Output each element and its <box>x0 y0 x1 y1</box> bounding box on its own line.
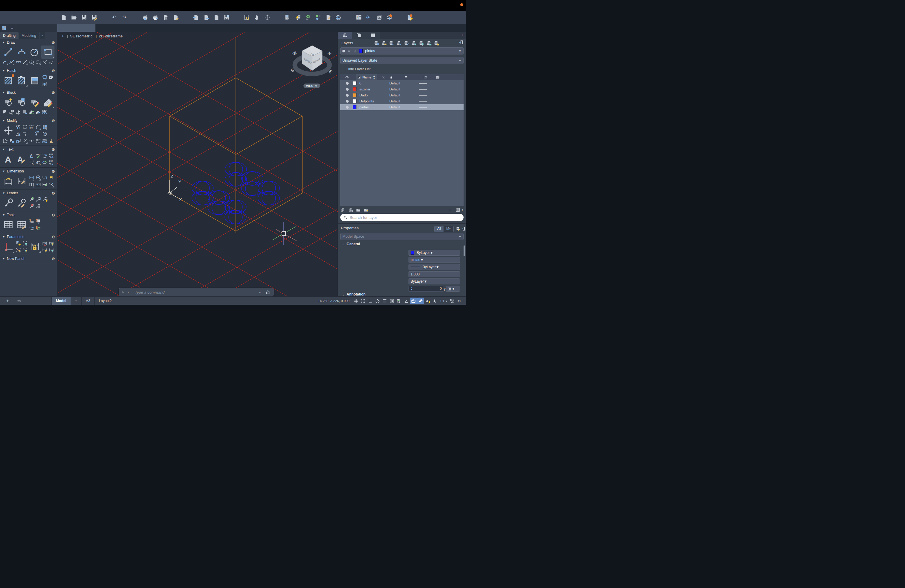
undo-icon[interactable]: ↶ <box>111 14 118 21</box>
viewport-plus-control[interactable]: + <box>62 34 64 38</box>
single-line-text-icon[interactable]: A <box>2 153 15 166</box>
plot-icon[interactable] <box>142 14 148 21</box>
gear-icon[interactable]: ⚙ <box>51 40 55 45</box>
fillet-icon[interactable] <box>35 124 41 130</box>
layer-row-0[interactable]: 0 Default <box>340 80 464 86</box>
lengthen-icon[interactable] <box>22 137 28 144</box>
name-column-header[interactable]: Name ▲▼ ▲ <box>356 74 377 80</box>
remove-filter-icon[interactable]: − <box>449 208 451 212</box>
save-file-icon[interactable] <box>81 14 87 21</box>
plot-button[interactable] <box>140 12 150 22</box>
chevron-down-icon[interactable]: ▼ <box>2 148 5 151</box>
show-constraint-bulb-icon[interactable] <box>41 247 48 254</box>
plot-edit-icon[interactable] <box>172 14 179 21</box>
multileader-icon[interactable] <box>2 196 15 210</box>
field-layer[interactable]: pintas▼ <box>408 257 460 263</box>
layer-make-current-icon[interactable] <box>373 40 380 46</box>
slider-handle-icon[interactable]: ▲▼ <box>411 286 413 291</box>
sync-attributes-icon[interactable] <box>28 109 35 116</box>
layer-row-Dado[interactable]: Dado Default <box>340 92 464 98</box>
convert-dimconstraint-icon[interactable] <box>41 240 48 247</box>
find-text-icon[interactable]: A <box>35 159 41 166</box>
import-file-icon[interactable] <box>193 14 199 21</box>
selection-cycling-toggle[interactable] <box>395 297 403 304</box>
layer-lineweight[interactable]: Default <box>389 105 410 109</box>
tab-drawing1[interactable] <box>57 24 96 32</box>
linetype-column-icon[interactable] <box>423 75 427 79</box>
chevron-down-icon[interactable]: ▼ <box>2 213 5 216</box>
line-icon[interactable] <box>2 46 15 59</box>
palette-overflow-button[interactable]: » <box>462 33 464 37</box>
group-button[interactable] <box>303 12 313 22</box>
collect-leaders-icon[interactable] <box>35 203 41 210</box>
scale-icon[interactable] <box>15 137 22 144</box>
layer-linetype-preview[interactable] <box>419 95 427 95</box>
chevron-down-icon[interactable]: ▼ <box>127 291 129 294</box>
open-file-icon[interactable] <box>71 14 77 21</box>
new-layout-button[interactable]: + <box>71 297 82 305</box>
gear-icon[interactable]: ⚙ <box>51 235 55 239</box>
ortho-mode-toggle[interactable] <box>367 297 374 304</box>
command-history-icon[interactable]: ▲ <box>259 291 261 294</box>
layer-linetype-preview[interactable] <box>419 107 427 108</box>
hatch-icon[interactable] <box>2 74 15 87</box>
gear-icon[interactable]: ⚙ <box>51 191 55 195</box>
rectangle-icon[interactable] <box>41 46 54 59</box>
insert-block-icon[interactable] <box>2 95 15 109</box>
layout-tab-model[interactable]: Model <box>52 297 71 305</box>
create-block-icon[interactable] <box>15 95 28 109</box>
new-group-icon[interactable] <box>356 207 364 213</box>
match-properties-icon[interactable] <box>48 137 54 144</box>
layer-linetype-preview[interactable] <box>419 89 427 89</box>
arc-options-icon[interactable] <box>2 59 8 65</box>
layer-status-icon[interactable] <box>346 88 349 91</box>
multiline-text-edit-icon[interactable]: A <box>15 153 28 166</box>
gear-icon[interactable]: ⚙ <box>51 213 55 217</box>
field-color[interactable]: ByLayer▼ <box>408 250 460 256</box>
field-lineweight[interactable]: ByLayer▼ <box>408 278 460 284</box>
properties-palette-button[interactable] <box>283 12 293 22</box>
dimension-style-icon[interactable]: .1 <box>35 181 41 188</box>
cloud-download-icon[interactable] <box>386 14 393 21</box>
dimension-check-icon[interactable] <box>41 181 48 188</box>
dimension-edit-icon[interactable] <box>15 175 28 188</box>
visibility-column-icon[interactable] <box>345 75 349 79</box>
chevron-down-icon[interactable]: ▼ <box>2 257 5 260</box>
linear-dimension-icon[interactable] <box>28 174 35 181</box>
redo-button[interactable]: ↷ <box>120 12 130 22</box>
geometric-constraint-icon[interactable] <box>2 240 15 253</box>
quick-select-icon[interactable]: ⚡ <box>294 14 301 21</box>
transparency-display-toggle[interactable] <box>389 297 395 304</box>
mirror-icon[interactable] <box>15 130 22 137</box>
undo-button[interactable]: ↶ <box>110 12 120 22</box>
pan-icon[interactable] <box>254 14 260 21</box>
layer-freeze-icon[interactable] <box>410 40 418 46</box>
array-icon[interactable] <box>41 124 48 130</box>
ordinate-dimension-icon[interactable] <box>41 174 48 181</box>
gear-icon[interactable]: ⚙ <box>51 147 55 152</box>
polyline-icon[interactable] <box>8 59 15 65</box>
save-as-icon[interactable] <box>91 14 98 21</box>
tab-modeling[interactable]: Modeling <box>19 32 39 39</box>
table-icon[interactable] <box>2 218 15 231</box>
dimension-break-icon[interactable]: x <box>48 181 54 188</box>
infer-constraint-a-icon[interactable] <box>15 247 22 254</box>
action-recorder-icon[interactable]: ⚡ <box>406 14 413 21</box>
export-file-button[interactable] <box>201 12 211 22</box>
save-as-button[interactable] <box>89 12 99 22</box>
new-layout-plus-icon[interactable]: + <box>4 297 11 304</box>
orbit-icon[interactable] <box>264 14 270 21</box>
data-link-icon[interactable]: S <box>28 218 35 225</box>
dimensional-constraint-icon[interactable] <box>28 240 41 253</box>
3d-object-snap-toggle[interactable] <box>432 297 438 304</box>
plot-preview-icon[interactable] <box>152 14 159 21</box>
tab-overview-icon[interactable] <box>0 24 8 32</box>
auto-constrain-icon[interactable]: ⚡ <box>15 240 22 247</box>
object-snap-toggle[interactable] <box>417 297 424 304</box>
save-web-icon[interactable] <box>223 14 230 21</box>
3d-move-icon[interactable] <box>8 137 15 144</box>
layer-table-header[interactable]: Name ▲▼ ▲ <box>340 74 464 80</box>
tab-sheet-sets[interactable] <box>366 32 380 39</box>
page-setup-button[interactable] <box>160 12 171 22</box>
hatch-pattern-icon[interactable] <box>15 74 28 87</box>
